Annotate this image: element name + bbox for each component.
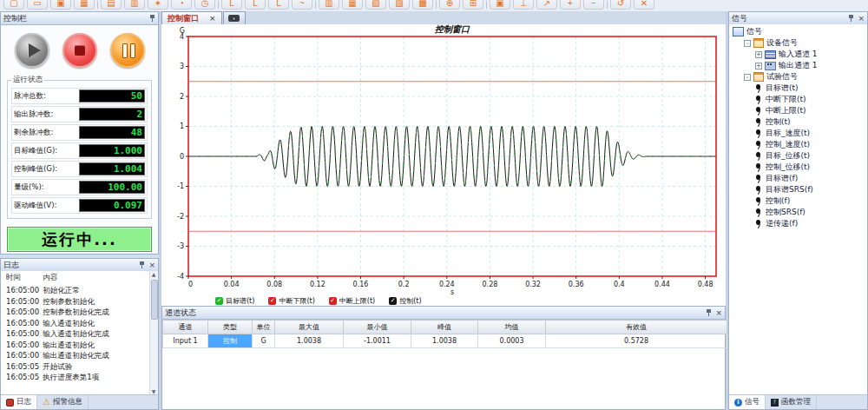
toolbar-cursor-add-button[interactable]: ⊕ xyxy=(439,0,460,10)
tree-item[interactable]: 控制SRS(f) xyxy=(729,207,867,218)
scroll-up-icon[interactable]: ▲ xyxy=(150,271,157,278)
chart-area: 控制窗口G43210-1-2-3-400.040.080.120.160.20.… xyxy=(161,24,726,306)
toolbar-schedule-button[interactable]: ◷ xyxy=(194,0,215,10)
close-icon[interactable]: × xyxy=(209,14,216,23)
toolbar-layout-quad-button[interactable]: ▩ xyxy=(412,0,433,10)
tree-item[interactable]: 目标谱(f) xyxy=(729,173,867,184)
toolbar-cursor-box-button[interactable]: ⊞ xyxy=(463,0,483,10)
tree-item[interactable]: 目标谱SRS(f) xyxy=(729,184,867,195)
log-scrollbar[interactable]: ▲ ▼ xyxy=(149,271,158,395)
stop-button[interactable] xyxy=(62,33,97,68)
tree-item[interactable]: 控制_位移(t) xyxy=(729,162,867,173)
toolbar-zoom-out-button[interactable]: − xyxy=(583,0,604,10)
toolbar-layout-cols-button[interactable]: ▨ xyxy=(389,0,410,10)
signal-tab-inactive[interactable]: f函数管理 xyxy=(766,395,817,409)
layout-cols-icon: ▨ xyxy=(395,0,403,8)
pause-button[interactable] xyxy=(110,33,145,68)
tree-item[interactable]: 控制(t) xyxy=(729,116,867,128)
toolbar-new-button[interactable]: ▢ xyxy=(3,0,24,10)
toolbar-wave-button[interactable]: ~ xyxy=(292,0,312,10)
log-row[interactable]: 16:05:05开始试验 xyxy=(6,361,113,373)
tree-item[interactable]: -设备信号 xyxy=(729,37,867,49)
legend-checkbox-icon[interactable]: ✓ xyxy=(389,297,397,305)
toolbar-separator xyxy=(607,1,608,9)
legend-item[interactable]: ✓目标谱(t) xyxy=(215,296,254,306)
legend-item[interactable]: ✓控制(t) xyxy=(389,296,421,306)
log-row[interactable]: 16:05:00输出通道初始化 xyxy=(6,340,113,351)
tree-item[interactable]: 中断下限(t) xyxy=(729,94,867,105)
signal-tab-label: 信号 xyxy=(745,397,760,407)
legend-item[interactable]: ✓中断下限(t) xyxy=(268,296,314,306)
pin-icon[interactable] xyxy=(848,14,854,23)
log-row[interactable]: 16:05:00控制参数初始化 xyxy=(6,296,113,308)
pin-icon[interactable] xyxy=(139,261,145,269)
status-field: 脉冲总数:50 xyxy=(11,88,148,104)
tree-item[interactable]: 目标_速度(t) xyxy=(729,128,867,139)
toolbar-layout-rows-button[interactable]: ▧ xyxy=(365,0,386,10)
toolbar-save-all-button[interactable]: ▦ xyxy=(74,0,95,10)
close-icon[interactable]: × xyxy=(148,261,155,269)
toolbar-layout-grid-button[interactable]: ▦ xyxy=(342,0,363,10)
x-tick-label: 0.16 xyxy=(353,281,369,288)
toolbar-open-button[interactable]: ▭ xyxy=(27,0,48,10)
tree-item[interactable]: +输入通道 1 xyxy=(729,49,867,60)
control-chart[interactable]: 控制窗口G43210-1-2-3-400.040.080.120.160.20.… xyxy=(161,24,726,295)
collapse-icon[interactable]: - xyxy=(744,74,751,81)
status-field: 输出脉冲数:2 xyxy=(11,106,148,122)
signal-tab-active[interactable]: i信号 xyxy=(729,395,766,409)
channel-row[interactable]: Input 1控制G1.0038-1.00111.00380.00030.572… xyxy=(163,334,727,348)
tree-item[interactable]: 信号 xyxy=(729,26,867,37)
signal-icon xyxy=(755,106,763,116)
log-row[interactable]: 16:05:00输出通道初始化完成 xyxy=(6,350,113,361)
toolbar-zoom-in-button[interactable]: + xyxy=(560,0,581,10)
toolbar-layout-single-button[interactable]: ▥ xyxy=(319,0,339,10)
toolbar-log-x-button[interactable]: L xyxy=(245,0,266,10)
tree-item[interactable]: 控制(f) xyxy=(729,195,867,207)
tree-item-label: 控制SRS(f) xyxy=(766,207,806,218)
tree-item[interactable]: 目标_位移(t) xyxy=(729,150,867,162)
x-tick-label: 0.44 xyxy=(654,281,670,288)
scrollbar-thumb[interactable] xyxy=(151,280,158,320)
pin-icon[interactable] xyxy=(149,14,155,23)
log-row[interactable]: 16:05:00控制参数初始化完成 xyxy=(6,307,113,318)
close-icon[interactable]: × xyxy=(715,309,722,317)
log-row[interactable]: 16:05:05执行进度表第1项 xyxy=(6,372,113,383)
tree-item[interactable]: 中断上限(t) xyxy=(729,105,867,116)
legend-checkbox-icon[interactable]: ✓ xyxy=(268,297,276,305)
toolbar-close-button[interactable]: ✕ xyxy=(634,0,654,10)
tree-item[interactable]: -试验信号 xyxy=(729,71,867,83)
expand-icon[interactable]: + xyxy=(755,63,762,69)
legend-item[interactable]: ✓中断上限(t) xyxy=(329,296,375,306)
tree-item[interactable]: 逆传递(f) xyxy=(729,218,867,229)
toolbar-print-button[interactable]: ▤ xyxy=(101,0,122,10)
toolbar-report-button[interactable]: ▥ xyxy=(124,0,145,10)
snapshot-tab[interactable] xyxy=(223,11,246,24)
collapse-icon[interactable]: - xyxy=(744,40,751,47)
toolbar-undo-button[interactable]: ↺ xyxy=(610,0,631,10)
toolbar-favorites-button[interactable]: ✶ xyxy=(148,0,168,10)
legend-checkbox-icon[interactable]: ✓ xyxy=(329,297,337,305)
tree-item[interactable]: 控制_速度(t) xyxy=(729,139,867,150)
toolbar-lin-lin-button[interactable]: L xyxy=(221,0,242,10)
log-tab-inactive[interactable]: ⚠报警信息 xyxy=(37,395,89,409)
play-button[interactable] xyxy=(15,33,49,68)
y-tick-label: 1 xyxy=(180,122,184,130)
toolbar-log-y-button[interactable]: L xyxy=(268,0,289,10)
toolbar-save-button[interactable]: ▣ xyxy=(50,0,71,10)
log-row[interactable]: 16:05:00输入通道初始化 xyxy=(6,318,113,329)
tree-item[interactable]: +输出通道 1 xyxy=(729,60,867,71)
log-tab-active[interactable]: 日志 xyxy=(1,395,37,409)
toolbar-meter-button[interactable]: ◔ xyxy=(171,0,192,10)
toolbar-span-button[interactable]: ⊥ xyxy=(513,0,534,10)
log-row[interactable]: 16:05:00输入通道初始化完成 xyxy=(6,328,113,340)
toolbar-save-data-button[interactable]: ▣ xyxy=(490,0,510,10)
close-icon[interactable]: × xyxy=(858,15,865,23)
pin-icon[interactable] xyxy=(706,308,712,317)
toolbar-pan-button[interactable]: ↗ xyxy=(536,0,557,10)
signal-icon xyxy=(755,174,763,183)
tree-item[interactable]: 目标谱(t) xyxy=(729,83,867,94)
legend-checkbox-icon[interactable]: ✓ xyxy=(215,297,223,305)
log-row[interactable]: 16:05:00初始化正常 xyxy=(6,285,113,296)
expand-icon[interactable]: + xyxy=(755,51,762,58)
tab-control-window[interactable]: 控制窗口 × xyxy=(161,11,222,24)
